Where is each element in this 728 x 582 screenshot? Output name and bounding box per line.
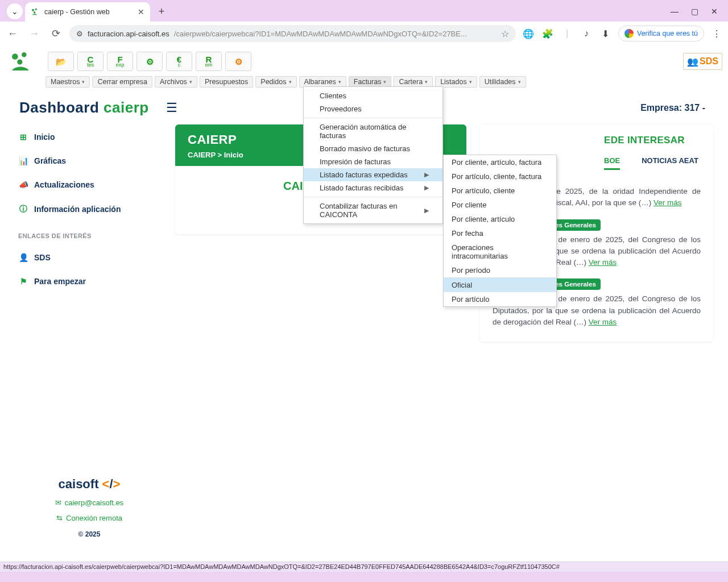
menu-item[interactable]: Proveedores	[304, 102, 442, 115]
back-button[interactable]: ←	[5, 28, 20, 40]
menu-item[interactable]: Listado facturas expedidas▶	[304, 168, 442, 181]
menu-item[interactable]: Borrado masivo de facturas	[304, 142, 442, 155]
svg-point-1	[35, 9, 37, 10]
sidebar: ⊞Inicio📊Gráficas📣ActualizacionesⓘInforma…	[15, 124, 160, 550]
sds-label: SDS	[700, 56, 718, 66]
minimize-icon[interactable]: —	[671, 7, 679, 16]
sidebar-item-gráficas[interactable]: 📊Gráficas	[18, 156, 160, 165]
address-bar[interactable]: ⚙ facturacion.api-caisoft.es /caierpweb/…	[69, 25, 516, 42]
interest-title: EDE INTERESAR	[604, 135, 701, 146]
menu-facturas[interactable]: Facturas▾	[349, 76, 392, 88]
news-more-link[interactable]: Ver más	[589, 318, 617, 326]
url-host: facturacion.api-caisoft.es	[88, 30, 169, 38]
menu-maestros[interactable]: Maestros▾	[46, 76, 90, 88]
svg-point-0	[32, 9, 34, 11]
toolbar-button[interactable]: €c	[166, 52, 192, 71]
menu-item[interactable]: Impresión de facturas	[304, 155, 442, 168]
maximize-icon[interactable]: ▢	[691, 7, 698, 16]
app-logo[interactable]	[6, 49, 44, 74]
submenu-item[interactable]: Por cliente, artículo, factura	[444, 155, 556, 169]
submenu-item[interactable]: Por artículo, cliente	[444, 184, 556, 198]
sds-badge[interactable]: 👥SDS	[683, 53, 722, 70]
svg-point-5	[17, 59, 22, 64]
footer-copyright: © 2025	[18, 530, 160, 538]
sidebar-icon: 👤	[18, 253, 28, 262]
site-settings-icon[interactable]: ⚙	[76, 30, 83, 38]
sidebar-icon: 📊	[18, 156, 28, 165]
toolbar-button[interactable]: 📂	[48, 52, 74, 71]
sidebar-item-información-aplicación[interactable]: ⓘInformación aplicación	[18, 204, 160, 214]
submenu-item[interactable]: Operaciones intracomunitarias	[444, 240, 556, 263]
divider: |	[560, 28, 574, 39]
menu-albaranes[interactable]: Albaranes▾	[299, 76, 346, 88]
menu-listados[interactable]: Listados▾	[435, 76, 477, 88]
menu-presupuestos[interactable]: Presupuestos	[200, 76, 253, 88]
extensions-icon[interactable]: 🧩	[541, 28, 555, 39]
downloads-icon[interactable]: ⬇	[599, 28, 613, 39]
toolbar-button[interactable]: Fexp	[107, 52, 133, 71]
submenu-item[interactable]: Por cliente, artículo	[444, 212, 556, 226]
browser-toolbar: ← → ⟳ ⚙ facturacion.api-caisoft.es /caie…	[0, 22, 728, 45]
dashboard-title-b: caierp	[104, 99, 149, 116]
menu-item[interactable]: Generación automática de facturas	[304, 120, 442, 142]
menu-archivos[interactable]: Archivos▾	[155, 76, 197, 88]
globe-icon[interactable]: 🌐	[522, 28, 535, 39]
sidebar-item-sds[interactable]: 👤SDS	[18, 253, 160, 262]
google-icon	[624, 29, 634, 38]
menu-cerrar-empresa[interactable]: Cerrar empresa	[92, 76, 152, 88]
sidebar-nav: ⊞Inicio📊Gráficas📣ActualizacionesⓘInforma…	[18, 132, 160, 214]
svg-point-4	[22, 52, 26, 57]
sidebar-item-inicio[interactable]: ⊞Inicio	[18, 132, 160, 142]
menu-pedidos[interactable]: Pedidos▾	[255, 76, 296, 88]
close-window-icon[interactable]: ✕	[711, 7, 718, 16]
tab-noticias-aeat[interactable]: NOTICIAS AEAT	[642, 156, 698, 170]
footer-email[interactable]: ✉caierp@caisoft.es	[18, 498, 160, 507]
forward-button: →	[26, 28, 42, 40]
svg-point-2	[34, 11, 35, 13]
submenu-item[interactable]: Por fecha	[444, 226, 556, 240]
submenu-item[interactable]: Por cliente	[444, 198, 556, 212]
submenu-item[interactable]: Por artículo, cliente, factura	[444, 169, 556, 184]
browser-tab[interactable]: caierp - Gestión web ✕	[25, 2, 150, 22]
toolbar-button[interactable]: ⚙	[225, 52, 251, 71]
sidebar-icon: 📣	[18, 180, 28, 189]
new-tab-button[interactable]: +	[154, 3, 169, 19]
menu-item[interactable]: Contabilizar facturas en CAICONTA▶	[304, 199, 442, 221]
menu-utilidades[interactable]: Utilidades▾	[479, 76, 526, 88]
menu-item[interactable]: Clientes	[304, 89, 442, 102]
tab-close-icon[interactable]: ✕	[138, 7, 144, 16]
footer-remote[interactable]: ⇆Conexión remota	[18, 514, 160, 522]
sidebar-icon: ⚑	[18, 277, 28, 286]
tab-list-button[interactable]: ⌄	[7, 3, 23, 19]
verify-label: Verifica que eres tú	[637, 30, 698, 38]
news-more-link[interactable]: Ver más	[589, 258, 617, 267]
reader-icon[interactable]: ♪	[580, 28, 593, 39]
reload-button[interactable]: ⟳	[48, 27, 64, 40]
window-controls: — ▢ ✕	[671, 7, 728, 22]
submenu-item[interactable]: Por artículo	[444, 292, 556, 306]
menu-cartera[interactable]: Cartera▾	[394, 76, 433, 88]
submenu-item[interactable]: Oficial	[444, 278, 556, 292]
listado-expedidas-submenu[interactable]: Por cliente, artículo, facturaPor artícu…	[443, 155, 557, 307]
hamburger-icon[interactable]: ☰	[166, 101, 177, 115]
toolbar-button[interactable]: ⚙	[136, 52, 163, 71]
toolbar-button[interactable]: Rem	[196, 52, 222, 71]
menu-item[interactable]: Listado facturas recibidas▶	[304, 181, 442, 194]
sidebar-item-para-empezar[interactable]: ⚑Para empezar	[18, 277, 160, 286]
facturas-dropdown[interactable]: ClientesProveedoresGeneración automática…	[303, 86, 443, 224]
sidebar-item-actualizaciones[interactable]: 📣Actualizaciones	[18, 180, 160, 189]
people-icon: 👥	[687, 56, 698, 67]
bookmark-icon[interactable]: ☆	[501, 28, 509, 39]
kebab-menu-icon[interactable]: ⋮	[710, 28, 723, 39]
tab-boe[interactable]: BOE	[604, 156, 620, 170]
browser-status-bar: https://facturacion.api-caisoft.es/caier…	[0, 562, 728, 572]
svg-point-3	[12, 53, 18, 60]
app-favicon	[31, 7, 40, 16]
toolbar-button[interactable]: Ctes	[77, 52, 104, 71]
sync-icon: ⇆	[56, 514, 63, 522]
interest-tabs: BOENOTICIAS AEAT	[604, 156, 701, 170]
toolbar-buttons: 📂CtesFexp⚙€cRem⚙	[48, 52, 251, 71]
news-more-link[interactable]: Ver más	[653, 198, 682, 207]
verify-identity-chip[interactable]: Verifica que eres tú	[618, 26, 704, 41]
submenu-item[interactable]: Por período	[444, 263, 556, 277]
